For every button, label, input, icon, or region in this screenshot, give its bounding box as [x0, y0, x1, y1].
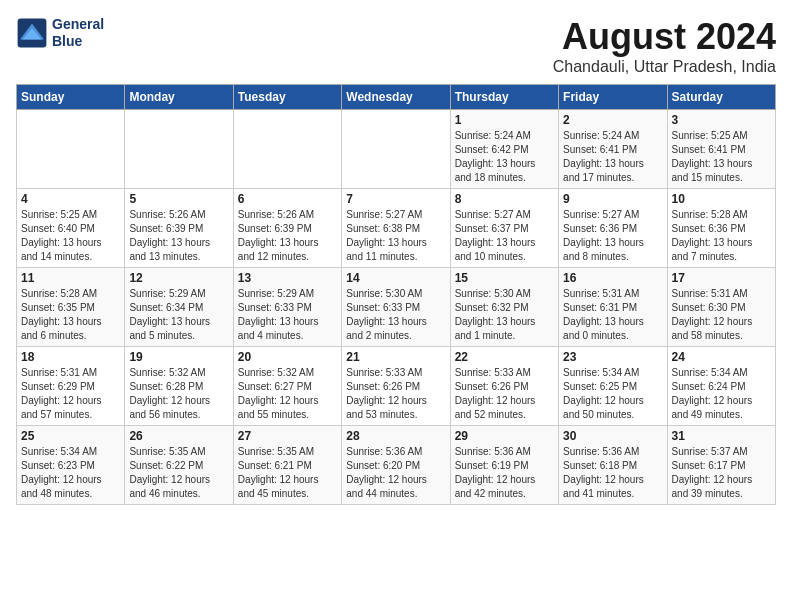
logo-text: General Blue [52, 16, 104, 50]
day-number: 12 [129, 271, 228, 285]
weekday-header-monday: Monday [125, 85, 233, 110]
day-number: 18 [21, 350, 120, 364]
day-info: Sunrise: 5:29 AM Sunset: 6:33 PM Dayligh… [238, 287, 337, 343]
day-number: 16 [563, 271, 662, 285]
calendar-cell: 4Sunrise: 5:25 AM Sunset: 6:40 PM Daylig… [17, 189, 125, 268]
calendar-cell: 3Sunrise: 5:25 AM Sunset: 6:41 PM Daylig… [667, 110, 775, 189]
day-number: 8 [455, 192, 554, 206]
day-number: 22 [455, 350, 554, 364]
day-number: 28 [346, 429, 445, 443]
day-info: Sunrise: 5:30 AM Sunset: 6:32 PM Dayligh… [455, 287, 554, 343]
calendar-cell: 22Sunrise: 5:33 AM Sunset: 6:26 PM Dayli… [450, 347, 558, 426]
calendar-title: August 2024 [553, 16, 776, 58]
calendar-cell: 13Sunrise: 5:29 AM Sunset: 6:33 PM Dayli… [233, 268, 341, 347]
day-info: Sunrise: 5:34 AM Sunset: 6:23 PM Dayligh… [21, 445, 120, 501]
day-info: Sunrise: 5:28 AM Sunset: 6:35 PM Dayligh… [21, 287, 120, 343]
day-info: Sunrise: 5:33 AM Sunset: 6:26 PM Dayligh… [455, 366, 554, 422]
day-number: 3 [672, 113, 771, 127]
day-number: 19 [129, 350, 228, 364]
calendar-cell: 25Sunrise: 5:34 AM Sunset: 6:23 PM Dayli… [17, 426, 125, 505]
day-number: 13 [238, 271, 337, 285]
calendar-cell: 23Sunrise: 5:34 AM Sunset: 6:25 PM Dayli… [559, 347, 667, 426]
calendar-cell: 6Sunrise: 5:26 AM Sunset: 6:39 PM Daylig… [233, 189, 341, 268]
calendar-subtitle: Chandauli, Uttar Pradesh, India [553, 58, 776, 76]
day-info: Sunrise: 5:24 AM Sunset: 6:42 PM Dayligh… [455, 129, 554, 185]
day-info: Sunrise: 5:27 AM Sunset: 6:36 PM Dayligh… [563, 208, 662, 264]
calendar-cell: 28Sunrise: 5:36 AM Sunset: 6:20 PM Dayli… [342, 426, 450, 505]
day-info: Sunrise: 5:25 AM Sunset: 6:41 PM Dayligh… [672, 129, 771, 185]
day-info: Sunrise: 5:34 AM Sunset: 6:25 PM Dayligh… [563, 366, 662, 422]
day-info: Sunrise: 5:25 AM Sunset: 6:40 PM Dayligh… [21, 208, 120, 264]
day-number: 2 [563, 113, 662, 127]
calendar-cell: 11Sunrise: 5:28 AM Sunset: 6:35 PM Dayli… [17, 268, 125, 347]
day-number: 1 [455, 113, 554, 127]
day-info: Sunrise: 5:26 AM Sunset: 6:39 PM Dayligh… [129, 208, 228, 264]
day-info: Sunrise: 5:27 AM Sunset: 6:38 PM Dayligh… [346, 208, 445, 264]
page-header: General Blue August 2024 Chandauli, Utta… [16, 16, 776, 76]
day-info: Sunrise: 5:36 AM Sunset: 6:19 PM Dayligh… [455, 445, 554, 501]
weekday-header-friday: Friday [559, 85, 667, 110]
day-info: Sunrise: 5:31 AM Sunset: 6:30 PM Dayligh… [672, 287, 771, 343]
calendar-cell: 24Sunrise: 5:34 AM Sunset: 6:24 PM Dayli… [667, 347, 775, 426]
calendar-cell: 5Sunrise: 5:26 AM Sunset: 6:39 PM Daylig… [125, 189, 233, 268]
week-row-1: 1Sunrise: 5:24 AM Sunset: 6:42 PM Daylig… [17, 110, 776, 189]
day-info: Sunrise: 5:31 AM Sunset: 6:29 PM Dayligh… [21, 366, 120, 422]
day-number: 7 [346, 192, 445, 206]
day-info: Sunrise: 5:35 AM Sunset: 6:22 PM Dayligh… [129, 445, 228, 501]
logo-icon [16, 17, 48, 49]
day-number: 21 [346, 350, 445, 364]
week-row-3: 11Sunrise: 5:28 AM Sunset: 6:35 PM Dayli… [17, 268, 776, 347]
day-number: 31 [672, 429, 771, 443]
week-row-2: 4Sunrise: 5:25 AM Sunset: 6:40 PM Daylig… [17, 189, 776, 268]
day-info: Sunrise: 5:36 AM Sunset: 6:18 PM Dayligh… [563, 445, 662, 501]
day-number: 20 [238, 350, 337, 364]
calendar-cell: 8Sunrise: 5:27 AM Sunset: 6:37 PM Daylig… [450, 189, 558, 268]
day-info: Sunrise: 5:30 AM Sunset: 6:33 PM Dayligh… [346, 287, 445, 343]
day-info: Sunrise: 5:27 AM Sunset: 6:37 PM Dayligh… [455, 208, 554, 264]
day-number: 14 [346, 271, 445, 285]
week-row-5: 25Sunrise: 5:34 AM Sunset: 6:23 PM Dayli… [17, 426, 776, 505]
calendar-cell: 16Sunrise: 5:31 AM Sunset: 6:31 PM Dayli… [559, 268, 667, 347]
weekday-header-tuesday: Tuesday [233, 85, 341, 110]
day-info: Sunrise: 5:24 AM Sunset: 6:41 PM Dayligh… [563, 129, 662, 185]
calendar-cell: 31Sunrise: 5:37 AM Sunset: 6:17 PM Dayli… [667, 426, 775, 505]
day-number: 11 [21, 271, 120, 285]
week-row-4: 18Sunrise: 5:31 AM Sunset: 6:29 PM Dayli… [17, 347, 776, 426]
calendar-cell: 29Sunrise: 5:36 AM Sunset: 6:19 PM Dayli… [450, 426, 558, 505]
day-number: 30 [563, 429, 662, 443]
calendar-cell: 15Sunrise: 5:30 AM Sunset: 6:32 PM Dayli… [450, 268, 558, 347]
calendar-cell: 1Sunrise: 5:24 AM Sunset: 6:42 PM Daylig… [450, 110, 558, 189]
calendar-cell [342, 110, 450, 189]
day-number: 5 [129, 192, 228, 206]
calendar-cell: 14Sunrise: 5:30 AM Sunset: 6:33 PM Dayli… [342, 268, 450, 347]
calendar-cell: 19Sunrise: 5:32 AM Sunset: 6:28 PM Dayli… [125, 347, 233, 426]
day-info: Sunrise: 5:33 AM Sunset: 6:26 PM Dayligh… [346, 366, 445, 422]
weekday-header-row: SundayMondayTuesdayWednesdayThursdayFrid… [17, 85, 776, 110]
calendar-cell [17, 110, 125, 189]
day-number: 10 [672, 192, 771, 206]
day-number: 29 [455, 429, 554, 443]
weekday-header-sunday: Sunday [17, 85, 125, 110]
day-number: 17 [672, 271, 771, 285]
day-info: Sunrise: 5:37 AM Sunset: 6:17 PM Dayligh… [672, 445, 771, 501]
title-area: August 2024 Chandauli, Uttar Pradesh, In… [553, 16, 776, 76]
day-number: 9 [563, 192, 662, 206]
calendar-cell [125, 110, 233, 189]
day-info: Sunrise: 5:26 AM Sunset: 6:39 PM Dayligh… [238, 208, 337, 264]
day-info: Sunrise: 5:32 AM Sunset: 6:27 PM Dayligh… [238, 366, 337, 422]
day-info: Sunrise: 5:32 AM Sunset: 6:28 PM Dayligh… [129, 366, 228, 422]
weekday-header-thursday: Thursday [450, 85, 558, 110]
calendar-cell [233, 110, 341, 189]
calendar-cell: 20Sunrise: 5:32 AM Sunset: 6:27 PM Dayli… [233, 347, 341, 426]
day-number: 4 [21, 192, 120, 206]
day-number: 23 [563, 350, 662, 364]
day-number: 26 [129, 429, 228, 443]
calendar-cell: 12Sunrise: 5:29 AM Sunset: 6:34 PM Dayli… [125, 268, 233, 347]
calendar-table: SundayMondayTuesdayWednesdayThursdayFrid… [16, 84, 776, 505]
day-number: 24 [672, 350, 771, 364]
calendar-cell: 27Sunrise: 5:35 AM Sunset: 6:21 PM Dayli… [233, 426, 341, 505]
calendar-cell: 2Sunrise: 5:24 AM Sunset: 6:41 PM Daylig… [559, 110, 667, 189]
day-info: Sunrise: 5:29 AM Sunset: 6:34 PM Dayligh… [129, 287, 228, 343]
day-number: 6 [238, 192, 337, 206]
calendar-cell: 30Sunrise: 5:36 AM Sunset: 6:18 PM Dayli… [559, 426, 667, 505]
